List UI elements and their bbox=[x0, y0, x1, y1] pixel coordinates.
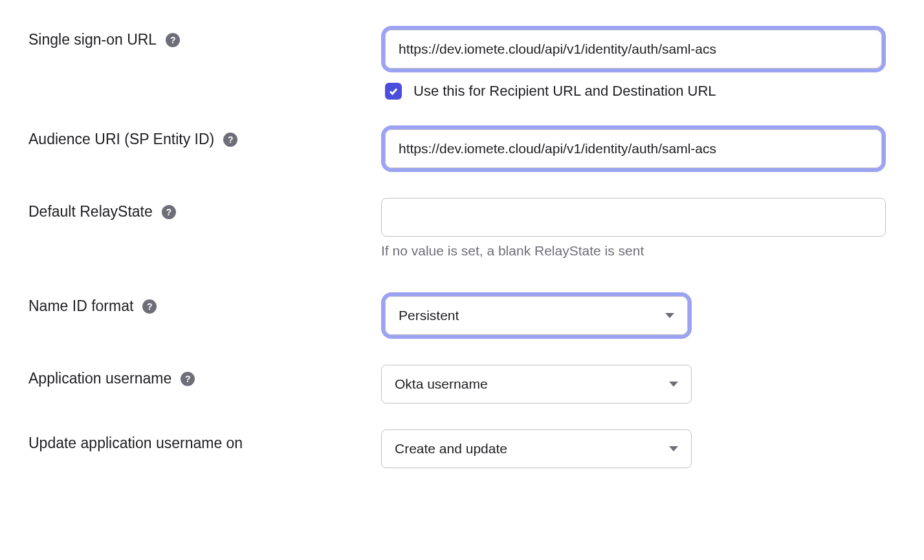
label-col: Application username ? bbox=[28, 365, 381, 387]
row-update-username-on: Update application username on Create an… bbox=[28, 429, 896, 468]
app-username-label: Application username bbox=[28, 370, 171, 387]
chevron-down-icon bbox=[665, 313, 674, 318]
help-icon[interactable]: ? bbox=[223, 133, 237, 147]
select-wrap: Create and update bbox=[381, 429, 692, 468]
input-col: Persistent bbox=[381, 292, 886, 339]
name-id-format-label: Name ID format bbox=[28, 297, 133, 315]
sso-url-label: Single sign-on URL bbox=[28, 31, 157, 48]
audience-uri-input[interactable] bbox=[385, 129, 882, 168]
audience-uri-label: Audience URI (SP Entity ID) bbox=[28, 131, 214, 148]
checkbox-row: Use this for Recipient URL and Destinati… bbox=[385, 83, 886, 100]
update-username-on-label: Update application username on bbox=[28, 435, 243, 452]
input-col: Create and update bbox=[381, 429, 886, 468]
row-name-id-format: Name ID format ? Persistent bbox=[28, 292, 896, 339]
relay-state-input[interactable] bbox=[381, 198, 886, 237]
select-value: Create and update bbox=[395, 441, 507, 457]
row-audience-uri: Audience URI (SP Entity ID) ? bbox=[28, 125, 896, 172]
input-col: Use this for Recipient URL and Destinati… bbox=[381, 26, 886, 100]
highlight-box bbox=[381, 26, 886, 72]
relay-state-label: Default RelayState bbox=[28, 203, 153, 221]
input-col: If no value is set, a blank RelayState i… bbox=[381, 198, 886, 259]
input-col: Okta username bbox=[381, 365, 886, 404]
label-col: Update application username on bbox=[28, 429, 381, 452]
update-username-on-select[interactable]: Create and update bbox=[381, 429, 692, 468]
input-col bbox=[381, 125, 886, 172]
sso-url-input[interactable] bbox=[385, 30, 882, 69]
label-col: Single sign-on URL ? bbox=[28, 26, 381, 48]
row-app-username: Application username ? Okta username bbox=[28, 365, 896, 404]
help-icon[interactable]: ? bbox=[166, 33, 180, 47]
select-value: Okta username bbox=[395, 376, 488, 392]
select-value: Persistent bbox=[399, 308, 459, 323]
recipient-url-checkbox-label: Use this for Recipient URL and Destinati… bbox=[413, 83, 716, 100]
select-wrap: Okta username bbox=[381, 365, 692, 404]
recipient-url-checkbox[interactable] bbox=[385, 83, 402, 100]
chevron-down-icon bbox=[669, 446, 678, 451]
label-col: Audience URI (SP Entity ID) ? bbox=[28, 125, 381, 148]
label-col: Default RelayState ? bbox=[28, 198, 381, 221]
row-relay-state: Default RelayState ? If no value is set,… bbox=[28, 198, 896, 259]
label-col: Name ID format ? bbox=[28, 292, 381, 315]
app-username-select[interactable]: Okta username bbox=[381, 365, 692, 404]
relay-state-hint: If no value is set, a blank RelayState i… bbox=[381, 243, 886, 259]
name-id-format-select[interactable]: Persistent bbox=[385, 296, 688, 335]
highlight-box bbox=[381, 125, 886, 172]
highlight-box: Persistent bbox=[381, 292, 692, 339]
help-icon[interactable]: ? bbox=[142, 299, 157, 314]
help-icon[interactable]: ? bbox=[162, 205, 176, 219]
help-icon[interactable]: ? bbox=[181, 372, 195, 386]
chevron-down-icon bbox=[669, 382, 678, 387]
row-sso-url: Single sign-on URL ? Use this for Recipi… bbox=[28, 26, 896, 100]
